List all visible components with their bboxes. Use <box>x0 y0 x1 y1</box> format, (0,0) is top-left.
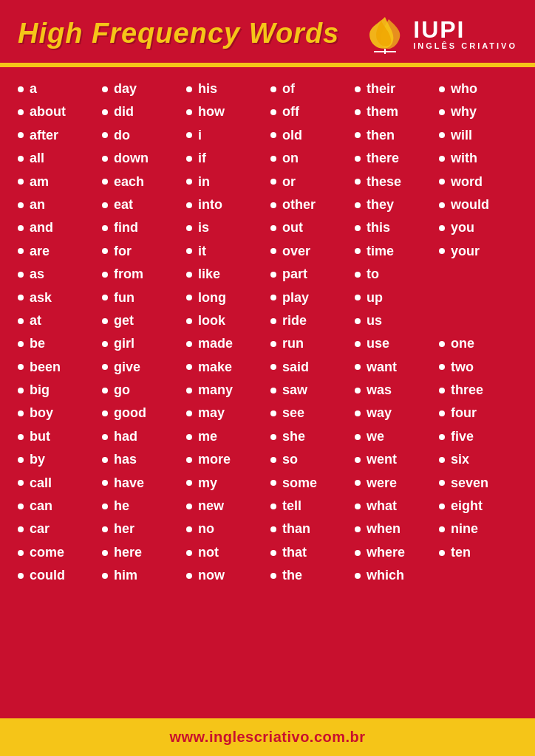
word-item-ten: ten <box>439 544 517 561</box>
word-item-after: after <box>18 127 96 144</box>
word-label: was <box>367 382 392 399</box>
word-label: into <box>198 196 222 213</box>
word-label: for <box>114 243 132 260</box>
word-item-get: get <box>102 312 180 329</box>
word-label: many <box>198 382 233 399</box>
word-label: up <box>367 289 383 306</box>
word-label: i <box>198 127 202 144</box>
word-item-then: then <box>355 127 433 144</box>
word-label: after <box>30 127 58 144</box>
word-label: did <box>114 103 134 120</box>
bullet-icon <box>439 132 445 138</box>
word-item-nine: nine <box>439 520 517 537</box>
word-label: who <box>451 80 477 97</box>
bullet-icon <box>102 388 108 394</box>
bullet-icon <box>270 202 276 208</box>
word-label: new <box>198 498 224 515</box>
word-label: ride <box>282 312 307 329</box>
bullet-icon <box>439 504 445 509</box>
word-item-with: with <box>439 150 517 167</box>
bullet-icon <box>439 388 445 394</box>
word-item-where: where <box>355 544 433 561</box>
bullet-icon <box>439 457 445 463</box>
word-item-good: good <box>102 405 180 422</box>
bullet-icon <box>102 526 108 532</box>
word-item-it: it <box>186 243 265 260</box>
word-item-are: are <box>18 243 96 260</box>
bullet-icon <box>439 364 445 370</box>
word-label: big <box>30 382 50 399</box>
bullet-icon <box>186 341 192 347</box>
bullet-icon <box>102 480 108 486</box>
word-label: day <box>114 80 137 97</box>
word-item-this: this <box>355 219 433 236</box>
bullet-icon <box>102 86 108 92</box>
bullet-icon <box>439 434 445 440</box>
word-label: fun <box>114 289 134 306</box>
word-item-i: i <box>186 127 265 144</box>
bullet-icon <box>270 434 276 440</box>
bullet-icon <box>355 480 361 486</box>
word-label: some <box>282 475 317 492</box>
bullet-icon <box>355 156 361 162</box>
word-item-been: been <box>18 359 96 376</box>
word-item-into: into <box>186 196 265 213</box>
word-label: four <box>451 405 477 422</box>
word-label: on <box>282 150 299 167</box>
word-label: us <box>367 312 382 329</box>
word-item-has: has <box>102 451 180 468</box>
word-label: your <box>451 243 480 260</box>
word-label: car <box>30 520 50 537</box>
word-label: these <box>367 173 401 190</box>
word-item-way: way <box>355 405 433 422</box>
word-label: that <box>282 544 307 561</box>
bullet-icon <box>18 480 24 486</box>
word-item-four: four <box>439 405 517 422</box>
bullet-icon <box>18 272 24 278</box>
word-item-to: to <box>355 266 433 283</box>
word-item-am: am <box>18 173 96 190</box>
bullet-icon <box>18 457 24 463</box>
word-label: him <box>114 567 137 584</box>
word-label: in <box>198 173 210 190</box>
word-item-two: two <box>439 359 517 376</box>
bullet-icon <box>355 225 361 231</box>
bullet-icon <box>270 573 276 579</box>
word-item-said: said <box>270 359 349 376</box>
word-item-is: is <box>186 219 265 236</box>
word-label: you <box>451 219 474 236</box>
word-label: am <box>30 173 49 190</box>
bullet-icon <box>355 364 361 370</box>
word-label: like <box>198 266 220 283</box>
word-label: no <box>198 520 214 537</box>
word-label: them <box>367 103 398 120</box>
word-label: eat <box>114 196 133 213</box>
word-label: are <box>30 243 50 260</box>
word-item-over: over <box>270 243 349 260</box>
bullet-icon <box>270 109 276 115</box>
bullet-icon <box>439 86 445 92</box>
word-label: be <box>30 335 45 352</box>
bullet-icon <box>18 504 24 509</box>
word-label: what <box>367 498 397 515</box>
bullet-icon <box>439 550 445 556</box>
bullet-icon <box>270 526 276 532</box>
word-label: could <box>30 567 65 584</box>
bullet-icon <box>355 504 361 509</box>
word-label: two <box>451 359 474 376</box>
word-item-ride: ride <box>270 312 349 329</box>
word-item-than: than <box>270 520 349 537</box>
bullet-icon <box>102 364 108 370</box>
bullet-icon <box>186 573 192 579</box>
word-label: find <box>114 219 138 236</box>
bullet-icon <box>355 295 361 300</box>
bullet-icon <box>102 434 108 440</box>
word-item-saw: saw <box>270 382 349 399</box>
word-column-1: daydiddodowneacheatfindforfromfungetgirl… <box>99 80 183 591</box>
bullet-icon <box>439 248 445 254</box>
word-item-can: can <box>18 498 96 515</box>
word-item-a: a <box>18 80 96 97</box>
word-item-have: have <box>102 475 180 492</box>
word-label: nine <box>451 520 478 537</box>
bullet-icon <box>270 457 276 463</box>
